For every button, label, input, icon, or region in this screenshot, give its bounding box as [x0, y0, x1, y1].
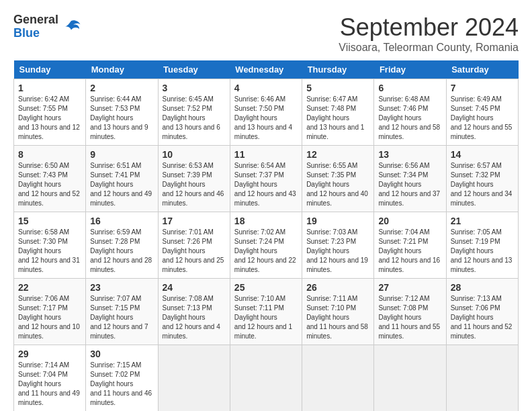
- logo: General Blue: [13, 13, 81, 40]
- day-info: Sunrise: 6:56 AM Sunset: 7:34 PM Dayligh…: [378, 161, 441, 208]
- day-number: 25: [234, 282, 298, 293]
- calendar-cell: 11 Sunrise: 6:54 AM Sunset: 7:37 PM Dayl…: [230, 146, 302, 212]
- day-number: 29: [18, 349, 81, 359]
- calendar-cell: 18 Sunrise: 7:02 AM Sunset: 7:24 PM Dayl…: [230, 212, 302, 279]
- day-number: 15: [18, 216, 81, 226]
- day-info: Sunrise: 7:15 AM Sunset: 7:02 PM Dayligh…: [90, 361, 153, 408]
- day-number: 16: [90, 216, 153, 226]
- day-info: Sunrise: 7:12 AM Sunset: 7:08 PM Dayligh…: [378, 294, 441, 341]
- calendar-table: SundayMondayTuesdayWednesdayThursdayFrid…: [13, 60, 519, 411]
- day-info: Sunrise: 6:54 AM Sunset: 7:37 PM Dayligh…: [234, 161, 298, 208]
- calendar-cell: 8 Sunrise: 6:50 AM Sunset: 7:43 PM Dayli…: [14, 146, 86, 212]
- day-info: Sunrise: 6:44 AM Sunset: 7:53 PM Dayligh…: [90, 95, 153, 142]
- day-number: 22: [18, 282, 81, 293]
- day-info: Sunrise: 7:13 AM Sunset: 7:06 PM Dayligh…: [451, 294, 514, 341]
- day-info: Sunrise: 7:03 AM Sunset: 7:23 PM Dayligh…: [306, 228, 369, 275]
- day-number: 1: [18, 83, 81, 93]
- calendar-cell: 6 Sunrise: 6:48 AM Sunset: 7:46 PM Dayli…: [374, 79, 446, 146]
- calendar-cell: 21 Sunrise: 7:05 AM Sunset: 7:19 PM Dayl…: [446, 212, 518, 279]
- logo-general: General: [13, 13, 58, 27]
- day-number: 2: [90, 83, 153, 93]
- calendar-cell: [374, 345, 446, 412]
- day-info: Sunrise: 7:04 AM Sunset: 7:21 PM Dayligh…: [378, 228, 441, 275]
- calendar-cell: 15 Sunrise: 6:58 AM Sunset: 7:30 PM Dayl…: [14, 212, 86, 279]
- day-info: Sunrise: 6:48 AM Sunset: 7:46 PM Dayligh…: [378, 95, 441, 142]
- header: General Blue September 2024 Viisoara, Te…: [13, 13, 519, 54]
- day-number: 26: [306, 282, 369, 293]
- day-number: 5: [306, 83, 369, 93]
- calendar-cell: 4 Sunrise: 6:46 AM Sunset: 7:50 PM Dayli…: [230, 79, 302, 146]
- day-info: Sunrise: 6:42 AM Sunset: 7:55 PM Dayligh…: [18, 95, 81, 142]
- calendar-cell: [302, 345, 374, 412]
- day-number: 14: [451, 149, 514, 160]
- day-info: Sunrise: 6:55 AM Sunset: 7:35 PM Dayligh…: [306, 161, 369, 208]
- calendar-cell: 24 Sunrise: 7:08 AM Sunset: 7:13 PM Dayl…: [158, 279, 230, 345]
- day-number: 8: [18, 149, 81, 160]
- calendar-cell: 5 Sunrise: 6:47 AM Sunset: 7:48 PM Dayli…: [302, 79, 374, 146]
- day-info: Sunrise: 7:05 AM Sunset: 7:19 PM Dayligh…: [451, 228, 514, 275]
- calendar-cell: 20 Sunrise: 7:04 AM Sunset: 7:21 PM Dayl…: [374, 212, 446, 279]
- weekday-header-tuesday: Tuesday: [158, 60, 230, 79]
- day-info: Sunrise: 6:53 AM Sunset: 7:39 PM Dayligh…: [163, 161, 226, 208]
- day-number: 18: [234, 216, 298, 226]
- weekday-header-sunday: Sunday: [14, 60, 86, 79]
- day-info: Sunrise: 6:49 AM Sunset: 7:45 PM Dayligh…: [451, 95, 514, 142]
- logo-bird-icon: [61, 17, 81, 37]
- calendar-cell: 28 Sunrise: 7:13 AM Sunset: 7:06 PM Dayl…: [446, 279, 518, 345]
- day-number: 10: [163, 149, 226, 160]
- day-info: Sunrise: 7:14 AM Sunset: 7:04 PM Dayligh…: [18, 361, 81, 408]
- day-info: Sunrise: 7:06 AM Sunset: 7:17 PM Dayligh…: [18, 294, 81, 341]
- day-info: Sunrise: 7:01 AM Sunset: 7:26 PM Dayligh…: [163, 228, 226, 275]
- calendar-cell: 26 Sunrise: 7:11 AM Sunset: 7:10 PM Dayl…: [302, 279, 374, 345]
- day-number: 9: [90, 149, 153, 160]
- day-info: Sunrise: 6:57 AM Sunset: 7:32 PM Dayligh…: [451, 161, 514, 208]
- day-number: 23: [90, 282, 153, 293]
- day-number: 13: [378, 149, 441, 160]
- month-title: September 2024: [339, 13, 519, 42]
- day-info: Sunrise: 6:46 AM Sunset: 7:50 PM Dayligh…: [234, 95, 298, 142]
- day-number: 28: [451, 282, 514, 293]
- calendar-cell: 22 Sunrise: 7:06 AM Sunset: 7:17 PM Dayl…: [14, 279, 86, 345]
- day-info: Sunrise: 6:59 AM Sunset: 7:28 PM Dayligh…: [90, 228, 153, 275]
- calendar-cell: 1 Sunrise: 6:42 AM Sunset: 7:55 PM Dayli…: [14, 79, 86, 146]
- day-info: Sunrise: 7:11 AM Sunset: 7:10 PM Dayligh…: [306, 294, 369, 341]
- calendar-cell: 9 Sunrise: 6:51 AM Sunset: 7:41 PM Dayli…: [86, 146, 158, 212]
- day-info: Sunrise: 6:58 AM Sunset: 7:30 PM Dayligh…: [18, 228, 81, 275]
- calendar-cell: 14 Sunrise: 6:57 AM Sunset: 7:32 PM Dayl…: [446, 146, 518, 212]
- weekday-header-thursday: Thursday: [302, 60, 374, 79]
- calendar-cell: 25 Sunrise: 7:10 AM Sunset: 7:11 PM Dayl…: [230, 279, 302, 345]
- calendar-cell: [158, 345, 230, 412]
- day-number: 7: [451, 83, 514, 93]
- day-info: Sunrise: 7:07 AM Sunset: 7:15 PM Dayligh…: [90, 294, 153, 341]
- calendar-cell: 2 Sunrise: 6:44 AM Sunset: 7:53 PM Dayli…: [86, 79, 158, 146]
- calendar-cell: 19 Sunrise: 7:03 AM Sunset: 7:23 PM Dayl…: [302, 212, 374, 279]
- title-area: September 2024 Viisoara, Teleorman Count…: [339, 13, 519, 54]
- day-number: 27: [378, 282, 441, 293]
- weekday-header-friday: Friday: [374, 60, 446, 79]
- day-info: Sunrise: 6:45 AM Sunset: 7:52 PM Dayligh…: [163, 95, 226, 142]
- day-number: 24: [163, 282, 226, 293]
- weekday-header-monday: Monday: [86, 60, 158, 79]
- day-number: 4: [234, 83, 298, 93]
- day-info: Sunrise: 7:08 AM Sunset: 7:13 PM Dayligh…: [163, 294, 226, 341]
- calendar-cell: 13 Sunrise: 6:56 AM Sunset: 7:34 PM Dayl…: [374, 146, 446, 212]
- calendar-cell: 16 Sunrise: 6:59 AM Sunset: 7:28 PM Dayl…: [86, 212, 158, 279]
- weekday-header-wednesday: Wednesday: [230, 60, 302, 79]
- weekday-header-row: SundayMondayTuesdayWednesdayThursdayFrid…: [14, 60, 519, 79]
- day-number: 21: [451, 216, 514, 226]
- day-number: 30: [90, 349, 153, 359]
- day-info: Sunrise: 6:50 AM Sunset: 7:43 PM Dayligh…: [18, 161, 81, 208]
- day-number: 12: [306, 149, 369, 160]
- day-number: 17: [163, 216, 226, 226]
- day-info: Sunrise: 7:10 AM Sunset: 7:11 PM Dayligh…: [234, 294, 298, 341]
- calendar-cell: 7 Sunrise: 6:49 AM Sunset: 7:45 PM Dayli…: [446, 79, 518, 146]
- calendar-cell: 3 Sunrise: 6:45 AM Sunset: 7:52 PM Dayli…: [158, 79, 230, 146]
- day-info: Sunrise: 6:51 AM Sunset: 7:41 PM Dayligh…: [90, 161, 153, 208]
- day-number: 20: [378, 216, 441, 226]
- calendar-cell: 27 Sunrise: 7:12 AM Sunset: 7:08 PM Dayl…: [374, 279, 446, 345]
- calendar-cell: 17 Sunrise: 7:01 AM Sunset: 7:26 PM Dayl…: [158, 212, 230, 279]
- logo-blue: Blue: [13, 27, 58, 40]
- weekday-header-saturday: Saturday: [446, 60, 518, 79]
- day-number: 3: [163, 83, 226, 93]
- day-number: 19: [306, 216, 369, 226]
